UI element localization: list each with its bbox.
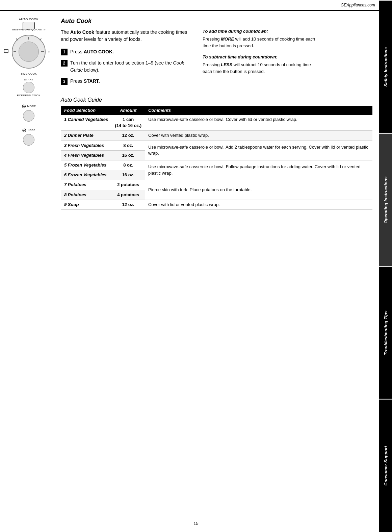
guide-section: Auto Cook Guide Food Selection Amount Co… xyxy=(61,97,372,210)
tip-add-text: Pressing MORE will add 10 seconds of coo… xyxy=(203,36,317,49)
step-1: 1 Press AUTO COOK. xyxy=(61,48,192,55)
table-row: 9 Soup12 oz.Cover with lid or vented pla… xyxy=(61,200,372,209)
table-cell-amount: 16 oz. xyxy=(111,170,145,180)
table-cell-food: 3 Fresh Vegetables xyxy=(61,141,111,150)
right-content: Auto Cook The Auto Cook feature automati… xyxy=(57,11,379,532)
sidebar-tab-safety-label: Safety Instructions xyxy=(383,47,388,86)
dial-label-top: TIME·WEIGHT·QUANTITY xyxy=(11,28,46,31)
sidebar-tab-consumer-label: Consumer Support xyxy=(383,446,388,486)
two-column-layout: The Auto Cook feature automatically sets… xyxy=(61,29,372,89)
less-label: LESS xyxy=(28,129,35,132)
dial[interactable] xyxy=(12,35,46,69)
col-header-amount: Amount xyxy=(111,106,145,115)
table-cell-food: 4 Fresh Vegetables xyxy=(61,150,111,160)
table-cell-food: 7 Potatoes xyxy=(61,180,111,190)
col-header-food: Food Selection xyxy=(61,106,111,115)
more-label: MORE xyxy=(27,105,36,108)
sidebar-tab-troubleshooting[interactable]: Troubleshooting Tips xyxy=(379,266,392,399)
tip-subtract-text: Pressing LESS will subtract 10 seconds o… xyxy=(203,61,317,75)
auto-cook-label: AUTO COOK xyxy=(19,18,38,21)
table-cell-amount: 4 potatoes xyxy=(111,190,145,200)
more-button-group: ⊕ MORE xyxy=(22,103,36,122)
express-cook-label: EXPRESS COOK xyxy=(17,94,41,97)
table-cell-amount: 8 oz. xyxy=(111,160,145,170)
table-row: 2 Dinner Plate12 oz.Cover with vented pl… xyxy=(61,131,372,141)
step-2: 2 Turn the dial to enter food selection … xyxy=(61,59,192,74)
website-link: GEAppliances.com xyxy=(341,3,375,7)
dial-plus: + xyxy=(48,49,50,54)
col-right: To add time during countdown: Pressing M… xyxy=(203,29,317,89)
dial-container: TIME·WEIGHT·QUANTITY + TIME COOK xyxy=(12,35,46,69)
table-cell-food: 5 Frozen Vegetables xyxy=(61,160,111,170)
table-cell-food: 2 Dinner Plate xyxy=(61,131,111,141)
table-cell-food: 6 Frozen Vegetables xyxy=(61,170,111,180)
top-header: GEAppliances.com xyxy=(0,0,379,11)
main-content: AUTO COOK TIME·WEIGHT·QUANTITY + TIME CO… xyxy=(0,11,379,532)
table-cell-comments: Use microwave-safe casserole or bowl. Ad… xyxy=(145,141,372,160)
table-row: 7 Potatoes2 potatoesPierce skin with for… xyxy=(61,180,372,190)
table-header-row: Food Selection Amount Comments xyxy=(61,106,372,115)
col-left: The Auto Cook feature automatically sets… xyxy=(61,29,192,89)
table-cell-comments: Cover with vented plastic wrap. xyxy=(145,131,372,141)
table-row: 3 Fresh Vegetables8 oz.Use microwave-saf… xyxy=(61,141,372,150)
table-cell-comments: Pierce skin with fork. Place potatoes on… xyxy=(145,180,372,200)
control-buttons: START EXPRESS COOK ⊕ MORE ⊖ LESS xyxy=(3,78,54,146)
table-cell-comments: Cover with lid or vented plastic wrap. xyxy=(145,200,372,209)
cook-table: Food Selection Amount Comments 1 Canned … xyxy=(61,106,372,210)
less-button[interactable] xyxy=(23,134,34,146)
left-panel: AUTO COOK TIME·WEIGHT·QUANTITY + TIME CO… xyxy=(0,11,57,532)
table-cell-amount: 16 oz. xyxy=(111,150,145,160)
dial-inner xyxy=(19,42,39,62)
step-3: 3 Press START. xyxy=(61,78,192,85)
col-header-comments: Comments xyxy=(145,106,372,115)
table-row: 5 Frozen Vegetables8 oz.Use microwave-sa… xyxy=(61,160,372,170)
sidebar-tab-operating[interactable]: Operating Instructions xyxy=(379,133,392,266)
table-cell-amount: 12 oz. xyxy=(111,131,145,141)
right-sidebar: Safety Instructions Operating Instructio… xyxy=(379,0,392,532)
table-cell-amount: 8 oz. xyxy=(111,141,145,150)
table-cell-comments: Use microwave-safe casserole or bowl. Co… xyxy=(145,115,372,131)
intro-text: The Auto Cook feature automatically sets… xyxy=(61,29,189,43)
less-button-group: ⊖ LESS xyxy=(22,127,35,146)
more-icon: ⊕ xyxy=(22,103,26,109)
table-cell-food: 8 Potatoes xyxy=(61,190,111,200)
dial-label-left xyxy=(3,49,9,55)
auto-cook-icon-group: AUTO COOK xyxy=(19,18,38,29)
sidebar-tab-troubleshooting-label: Troubleshooting Tips xyxy=(383,310,388,355)
dial-label-bottom: TIME COOK xyxy=(21,72,37,75)
section-title: Auto Cook xyxy=(61,18,372,25)
start-button-group: START EXPRESS COOK xyxy=(17,78,41,97)
sidebar-tab-safety[interactable]: Safety Instructions xyxy=(379,0,392,133)
page-number: 15 xyxy=(193,521,198,526)
tip-add-title: To add time during countdown: xyxy=(203,29,317,34)
table-cell-food: 9 Soup xyxy=(61,200,111,209)
tip-subtract-title: To subtract time during countdown: xyxy=(203,54,317,59)
start-button[interactable] xyxy=(23,82,34,93)
table-cell-amount: 2 potatoes xyxy=(111,180,145,190)
guide-title: Auto Cook Guide xyxy=(61,97,372,103)
table-row: 1 Canned Vegetables1 can(14 to 16 oz.)Us… xyxy=(61,115,372,131)
start-label: START xyxy=(24,78,33,81)
table-cell-comments: Use microwave-safe casserole or bowl. Fo… xyxy=(145,160,372,180)
svg-rect-0 xyxy=(4,49,8,53)
table-cell-amount: 12 oz. xyxy=(111,200,145,209)
table-cell-amount: 1 can(14 to 16 oz.) xyxy=(111,115,145,131)
less-icon: ⊖ xyxy=(22,127,26,133)
more-button[interactable] xyxy=(23,110,34,122)
table-cell-food: 1 Canned Vegetables xyxy=(61,115,111,131)
sidebar-tab-consumer[interactable]: Consumer Support xyxy=(379,399,392,532)
sidebar-tab-operating-label: Operating Instructions xyxy=(383,176,388,223)
